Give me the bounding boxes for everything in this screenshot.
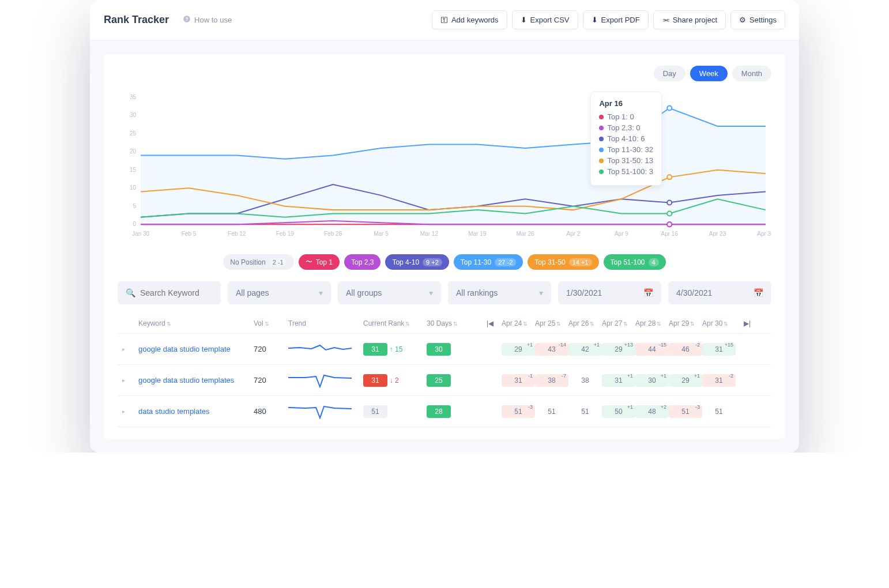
th-day[interactable]: Apr 29⇅: [669, 319, 702, 327]
th-day[interactable]: Apr 27⇅: [602, 319, 635, 327]
th-current-rank[interactable]: Current Rank⇅: [363, 319, 427, 327]
th-day[interactable]: Apr 25⇅: [535, 319, 568, 327]
day-cell: -246: [669, 343, 702, 356]
settings-button[interactable]: ⚙ Settings: [730, 10, 785, 29]
tooltip-row: Top 31-50: 13: [599, 156, 653, 165]
add-keywords-button[interactable]: ⚿ Add keywords: [432, 10, 507, 29]
legend-item[interactable]: Top 4-109 +2: [385, 254, 449, 270]
search-keyword-input[interactable]: 🔍: [118, 281, 221, 304]
vol-cell: 480: [254, 407, 288, 416]
svg-text:Mar 12: Mar 12: [420, 231, 439, 237]
day-cell: +248: [635, 405, 669, 418]
all-rankings-select[interactable]: All rankings ▾: [448, 281, 551, 304]
th-day[interactable]: Apr 30⇅: [702, 319, 736, 327]
svg-text:5: 5: [133, 203, 137, 209]
tooltip-row: Top 4-10: 6: [599, 134, 653, 143]
period-week[interactable]: Week: [690, 66, 728, 81]
date-to-input[interactable]: 4/30/2021 📅: [668, 281, 771, 304]
tooltip-title: Apr 16: [599, 99, 653, 108]
svg-point-25: [667, 222, 672, 227]
legend-dot: [599, 126, 604, 130]
share-icon: ⫘: [662, 16, 669, 24]
th-vol[interactable]: Vol⇅: [254, 319, 288, 327]
expand-row[interactable]: ▸: [122, 408, 138, 414]
th-day[interactable]: Apr 28⇅: [635, 319, 669, 327]
key-icon: ⚿: [440, 16, 448, 24]
svg-text:20: 20: [130, 148, 137, 154]
legend-item[interactable]: Top 51-1004: [604, 254, 666, 270]
svg-text:Mar 5: Mar 5: [374, 231, 389, 237]
legend-item[interactable]: 〜Top 1: [299, 254, 340, 270]
th-keyword[interactable]: Keyword⇅: [138, 319, 254, 327]
trend-cell: [288, 340, 363, 359]
table-row: ▸ google data studio templates 720 31 ↓ …: [118, 365, 771, 396]
expand-row[interactable]: ▸: [122, 346, 138, 352]
day-cell: +129: [502, 343, 535, 356]
how-to-use-button[interactable]: ? How to use: [183, 15, 232, 25]
table-row: ▸ data studio templates 480 51 28 -35151…: [118, 396, 771, 427]
current-rank-cell: 31 ↓ 2: [363, 374, 427, 387]
all-groups-select[interactable]: All groups ▾: [338, 281, 441, 304]
keyword-link[interactable]: google data studio templates: [138, 376, 254, 385]
export-csv-button[interactable]: ⬇ Export CSV: [512, 10, 578, 29]
period-day[interactable]: Day: [654, 66, 685, 81]
day-cell: +131: [602, 374, 635, 387]
rankings-table: Keyword⇅ Vol⇅ Trend Current Rank⇅ 30 Day…: [118, 314, 771, 427]
day-cell: -231: [702, 374, 736, 387]
svg-text:Apr 23: Apr 23: [709, 231, 726, 237]
keyword-link[interactable]: google data studio template: [138, 345, 254, 353]
day-cell: -351: [669, 405, 702, 418]
legend-item[interactable]: No Position2 -1: [223, 254, 293, 270]
svg-point-26: [667, 200, 672, 205]
date-from-input[interactable]: 1/30/2021 📅: [558, 281, 661, 304]
legend-item[interactable]: Top 2,3: [344, 254, 381, 270]
share-project-button[interactable]: ⫘ Share project: [653, 10, 726, 29]
trend-cell: [288, 371, 363, 390]
day-cell: -738: [535, 374, 568, 387]
th-30days[interactable]: 30 Days⇅: [427, 319, 479, 327]
help-icon: ?: [183, 15, 191, 25]
legend-dot: [599, 115, 604, 119]
gear-icon: ⚙: [739, 16, 746, 24]
days30-cell: 25: [427, 374, 479, 387]
chart-card: Day Week Month 05101520253035Jan 30Feb 5…: [104, 54, 785, 439]
period-month[interactable]: Month: [732, 66, 771, 81]
download-icon: ⬇: [592, 16, 598, 24]
svg-text:25: 25: [130, 130, 137, 137]
filters-row: 🔍 All pages ▾ All groups ▾ All rankings …: [118, 281, 771, 304]
all-pages-select[interactable]: All pages ▾: [228, 281, 331, 304]
svg-text:15: 15: [130, 167, 137, 173]
day-cell: -131: [502, 374, 535, 387]
day-cell: +150: [602, 405, 635, 418]
trend-icon: 〜: [306, 257, 312, 267]
legend-item[interactable]: Top 31-5014 +1: [528, 254, 598, 270]
export-pdf-button[interactable]: ⬇ Export PDF: [583, 10, 649, 29]
calendar-icon: 📅: [754, 288, 763, 297]
search-field[interactable]: [140, 288, 213, 297]
svg-point-29: [667, 211, 672, 216]
app-window: Rank Tracker ? How to use ⚿ Add keywords…: [90, 0, 799, 453]
svg-text:Feb 26: Feb 26: [324, 231, 342, 237]
svg-text:10: 10: [130, 184, 137, 191]
legend-item[interactable]: Top 11-3027 -2: [454, 254, 523, 270]
nav-prev[interactable]: |◀: [479, 319, 502, 327]
th-day[interactable]: Apr 26⇅: [568, 319, 602, 327]
svg-text:Mar 19: Mar 19: [468, 231, 487, 237]
days30-cell: 28: [427, 405, 479, 418]
keyword-link[interactable]: data studio templates: [138, 407, 254, 416]
svg-text:35: 35: [130, 94, 137, 100]
svg-text:Apr 30: Apr 30: [757, 231, 771, 237]
day-cell: 51: [702, 405, 736, 418]
download-icon: ⬇: [521, 16, 527, 24]
chevron-down-icon: ▾: [539, 288, 543, 297]
day-cell: 38: [568, 374, 602, 387]
delta-down: ↓ 2: [390, 376, 399, 385]
th-day[interactable]: Apr 24⇅: [502, 319, 535, 327]
chart-area: 05101520253035Jan 30Feb 5Feb 12Feb 19Feb…: [118, 86, 771, 247]
nav-next[interactable]: ▶|: [736, 319, 759, 327]
day-cell: -1443: [535, 343, 568, 356]
expand-row[interactable]: ▸: [122, 377, 138, 383]
trend-cell: [288, 402, 363, 421]
vol-cell: 720: [254, 345, 288, 353]
vol-cell: 720: [254, 376, 288, 385]
